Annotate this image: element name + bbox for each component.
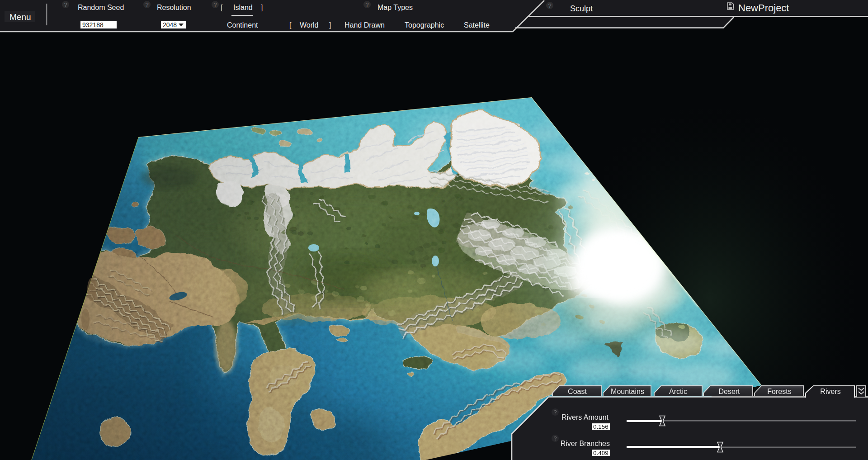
svg-text:Mountains: Mountains — [611, 388, 644, 395]
svg-text:2048: 2048 — [163, 21, 177, 28]
svg-text:?: ? — [213, 1, 217, 8]
svg-text:?: ? — [553, 435, 557, 442]
svg-text:Topographic: Topographic — [405, 21, 444, 29]
svg-text:Arctic: Arctic — [669, 388, 687, 395]
svg-text:World: World — [300, 21, 319, 29]
svg-text:?: ? — [365, 1, 368, 8]
svg-text:Desert: Desert — [718, 388, 740, 395]
svg-text:[: [ — [221, 4, 223, 11]
svg-text:Island: Island — [233, 4, 253, 11]
svg-text:Random Seed: Random Seed — [78, 4, 124, 11]
svg-text:Rivers Amount: Rivers Amount — [561, 413, 609, 421]
svg-text:River Branches: River Branches — [561, 440, 610, 447]
svg-text:Map Types: Map Types — [377, 4, 413, 11]
svg-text:[: [ — [289, 21, 292, 29]
svg-text:?: ? — [145, 1, 148, 8]
svg-text:?: ? — [553, 409, 557, 416]
svg-text:]: ] — [329, 21, 331, 29]
svg-text:Resolution: Resolution — [157, 4, 191, 11]
svg-text:Coast: Coast — [568, 388, 587, 395]
svg-text:?: ? — [64, 1, 67, 8]
svg-text:Satellite: Satellite — [464, 21, 490, 29]
svg-text:Hand Drawn: Hand Drawn — [344, 21, 385, 29]
svg-text:932188: 932188 — [82, 21, 104, 28]
svg-text:?: ? — [548, 2, 551, 9]
svg-text:NewProject: NewProject — [738, 2, 789, 14]
svg-text:]: ] — [261, 4, 263, 11]
svg-text:Menu: Menu — [9, 12, 31, 22]
svg-text:0.156: 0.156 — [593, 423, 609, 430]
svg-text:!: ! — [732, 2, 735, 11]
svg-text:Sculpt: Sculpt — [570, 4, 593, 13]
svg-text:Continent: Continent — [227, 21, 258, 29]
svg-text:0.409: 0.409 — [593, 450, 609, 456]
svg-text:Forests: Forests — [767, 388, 791, 395]
svg-text:Rivers: Rivers — [820, 388, 840, 395]
